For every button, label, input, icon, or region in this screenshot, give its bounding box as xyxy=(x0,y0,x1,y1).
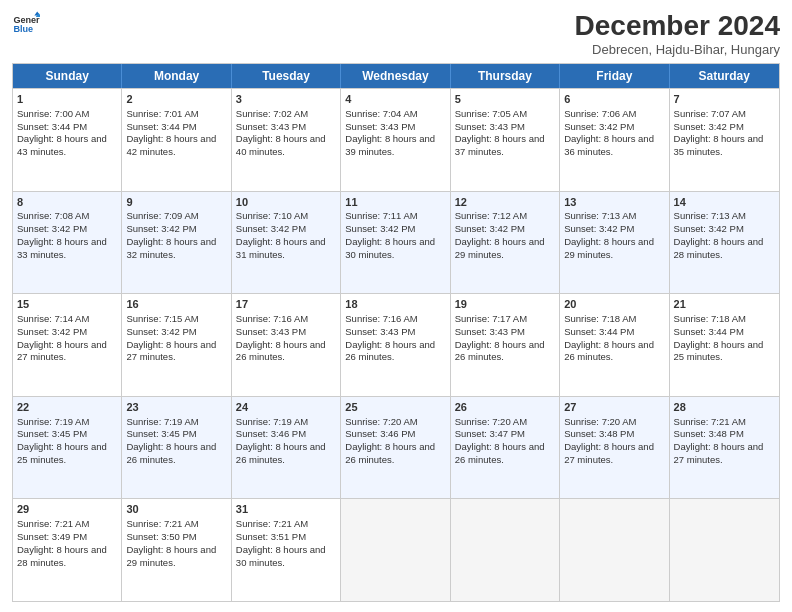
daylight: Daylight: 8 hours and 27 minutes. xyxy=(564,441,654,465)
day-cell-25: 25Sunrise: 7:20 AMSunset: 3:46 PMDayligh… xyxy=(341,397,450,499)
daylight: Daylight: 8 hours and 29 minutes. xyxy=(126,544,216,568)
sunrise: Sunrise: 7:07 AM xyxy=(674,108,746,119)
sunrise: Sunrise: 7:16 AM xyxy=(236,313,308,324)
day-cell-15: 15Sunrise: 7:14 AMSunset: 3:42 PMDayligh… xyxy=(13,294,122,396)
sunset: Sunset: 3:43 PM xyxy=(455,121,525,132)
sunset: Sunset: 3:49 PM xyxy=(17,531,87,542)
daylight: Daylight: 8 hours and 32 minutes. xyxy=(126,236,216,260)
day-number: 9 xyxy=(126,195,226,210)
daylight: Daylight: 8 hours and 26 minutes. xyxy=(236,441,326,465)
daylight: Daylight: 8 hours and 26 minutes. xyxy=(236,339,326,363)
sunrise: Sunrise: 7:05 AM xyxy=(455,108,527,119)
day-header-monday: Monday xyxy=(122,64,231,88)
day-number: 18 xyxy=(345,297,445,312)
sunset: Sunset: 3:46 PM xyxy=(345,428,415,439)
month-title: December 2024 xyxy=(575,10,780,42)
day-cell-30: 30Sunrise: 7:21 AMSunset: 3:50 PMDayligh… xyxy=(122,499,231,601)
day-header-tuesday: Tuesday xyxy=(232,64,341,88)
daylight: Daylight: 8 hours and 25 minutes. xyxy=(674,339,764,363)
day-number: 3 xyxy=(236,92,336,107)
day-cell-28: 28Sunrise: 7:21 AMSunset: 3:48 PMDayligh… xyxy=(670,397,779,499)
daylight: Daylight: 8 hours and 26 minutes. xyxy=(345,339,435,363)
day-number: 23 xyxy=(126,400,226,415)
sunrise: Sunrise: 7:09 AM xyxy=(126,210,198,221)
daylight: Daylight: 8 hours and 40 minutes. xyxy=(236,133,326,157)
sunrise: Sunrise: 7:16 AM xyxy=(345,313,417,324)
calendar-row-3: 15Sunrise: 7:14 AMSunset: 3:42 PMDayligh… xyxy=(13,293,779,396)
day-cell-19: 19Sunrise: 7:17 AMSunset: 3:43 PMDayligh… xyxy=(451,294,560,396)
sunrise: Sunrise: 7:21 AM xyxy=(126,518,198,529)
title-block: December 2024 Debrecen, Hajdu-Bihar, Hun… xyxy=(575,10,780,57)
calendar: SundayMondayTuesdayWednesdayThursdayFrid… xyxy=(12,63,780,602)
sunrise: Sunrise: 7:21 AM xyxy=(674,416,746,427)
sunrise: Sunrise: 7:01 AM xyxy=(126,108,198,119)
day-number: 13 xyxy=(564,195,664,210)
day-number: 20 xyxy=(564,297,664,312)
sunrise: Sunrise: 7:19 AM xyxy=(17,416,89,427)
day-cell-14: 14Sunrise: 7:13 AMSunset: 3:42 PMDayligh… xyxy=(670,192,779,294)
day-number: 2 xyxy=(126,92,226,107)
day-cell-5: 5Sunrise: 7:05 AMSunset: 3:43 PMDaylight… xyxy=(451,89,560,191)
svg-text:Blue: Blue xyxy=(13,24,33,34)
location: Debrecen, Hajdu-Bihar, Hungary xyxy=(575,42,780,57)
sunset: Sunset: 3:42 PM xyxy=(455,223,525,234)
sunrise: Sunrise: 7:10 AM xyxy=(236,210,308,221)
day-number: 28 xyxy=(674,400,775,415)
day-cell-27: 27Sunrise: 7:20 AMSunset: 3:48 PMDayligh… xyxy=(560,397,669,499)
sunset: Sunset: 3:42 PM xyxy=(564,121,634,132)
calendar-header: SundayMondayTuesdayWednesdayThursdayFrid… xyxy=(13,64,779,88)
daylight: Daylight: 8 hours and 35 minutes. xyxy=(674,133,764,157)
daylight: Daylight: 8 hours and 27 minutes. xyxy=(674,441,764,465)
daylight: Daylight: 8 hours and 26 minutes. xyxy=(455,441,545,465)
sunset: Sunset: 3:42 PM xyxy=(564,223,634,234)
day-header-sunday: Sunday xyxy=(13,64,122,88)
daylight: Daylight: 8 hours and 28 minutes. xyxy=(17,544,107,568)
sunrise: Sunrise: 7:20 AM xyxy=(564,416,636,427)
sunset: Sunset: 3:45 PM xyxy=(17,428,87,439)
daylight: Daylight: 8 hours and 42 minutes. xyxy=(126,133,216,157)
day-number: 17 xyxy=(236,297,336,312)
daylight: Daylight: 8 hours and 43 minutes. xyxy=(17,133,107,157)
daylight: Daylight: 8 hours and 26 minutes. xyxy=(126,441,216,465)
day-number: 29 xyxy=(17,502,117,517)
day-number: 12 xyxy=(455,195,555,210)
sunrise: Sunrise: 7:13 AM xyxy=(674,210,746,221)
daylight: Daylight: 8 hours and 36 minutes. xyxy=(564,133,654,157)
day-cell-11: 11Sunrise: 7:11 AMSunset: 3:42 PMDayligh… xyxy=(341,192,450,294)
day-number: 1 xyxy=(17,92,117,107)
daylight: Daylight: 8 hours and 30 minutes. xyxy=(345,236,435,260)
sunrise: Sunrise: 7:19 AM xyxy=(126,416,198,427)
day-number: 22 xyxy=(17,400,117,415)
main-container: General Blue December 2024 Debrecen, Haj… xyxy=(0,0,792,612)
sunset: Sunset: 3:44 PM xyxy=(564,326,634,337)
sunset: Sunset: 3:48 PM xyxy=(564,428,634,439)
sunset: Sunset: 3:42 PM xyxy=(17,223,87,234)
day-cell-22: 22Sunrise: 7:19 AMSunset: 3:45 PMDayligh… xyxy=(13,397,122,499)
empty-cell xyxy=(670,499,779,601)
sunrise: Sunrise: 7:06 AM xyxy=(564,108,636,119)
day-number: 31 xyxy=(236,502,336,517)
daylight: Daylight: 8 hours and 39 minutes. xyxy=(345,133,435,157)
daylight: Daylight: 8 hours and 26 minutes. xyxy=(455,339,545,363)
empty-cell xyxy=(451,499,560,601)
day-cell-13: 13Sunrise: 7:13 AMSunset: 3:42 PMDayligh… xyxy=(560,192,669,294)
day-cell-26: 26Sunrise: 7:20 AMSunset: 3:47 PMDayligh… xyxy=(451,397,560,499)
sunrise: Sunrise: 7:08 AM xyxy=(17,210,89,221)
sunrise: Sunrise: 7:21 AM xyxy=(236,518,308,529)
daylight: Daylight: 8 hours and 28 minutes. xyxy=(674,236,764,260)
empty-cell xyxy=(560,499,669,601)
sunrise: Sunrise: 7:18 AM xyxy=(674,313,746,324)
daylight: Daylight: 8 hours and 33 minutes. xyxy=(17,236,107,260)
sunrise: Sunrise: 7:18 AM xyxy=(564,313,636,324)
day-cell-29: 29Sunrise: 7:21 AMSunset: 3:49 PMDayligh… xyxy=(13,499,122,601)
day-number: 8 xyxy=(17,195,117,210)
day-header-thursday: Thursday xyxy=(451,64,560,88)
day-cell-9: 9Sunrise: 7:09 AMSunset: 3:42 PMDaylight… xyxy=(122,192,231,294)
sunset: Sunset: 3:43 PM xyxy=(236,326,306,337)
sunrise: Sunrise: 7:04 AM xyxy=(345,108,417,119)
sunset: Sunset: 3:47 PM xyxy=(455,428,525,439)
sunrise: Sunrise: 7:12 AM xyxy=(455,210,527,221)
day-number: 6 xyxy=(564,92,664,107)
day-number: 11 xyxy=(345,195,445,210)
day-number: 15 xyxy=(17,297,117,312)
